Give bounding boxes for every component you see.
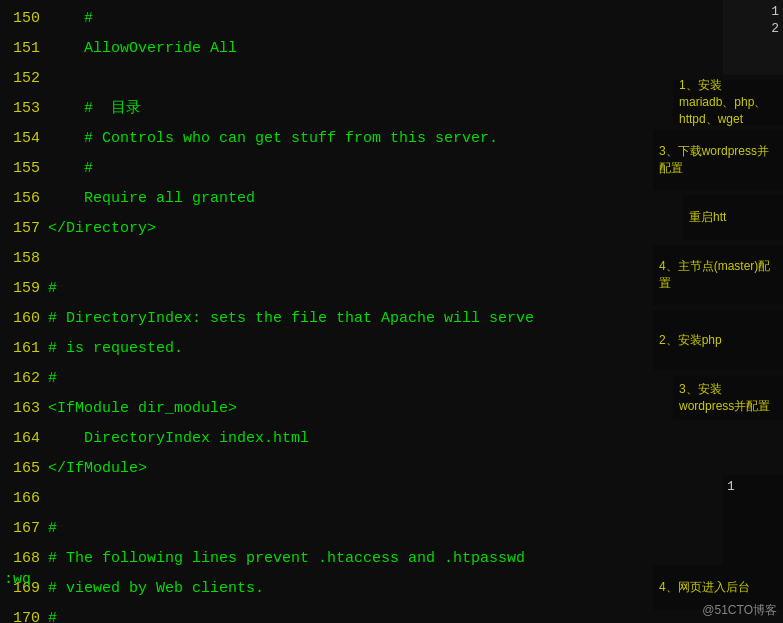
overlay-master-text: 4、主节点(master)配置 bbox=[659, 258, 777, 292]
editor-container: 150 # 151 AllowOverride All 152 153 # 目录… bbox=[0, 0, 783, 623]
line-number-162: 162 bbox=[0, 364, 48, 394]
overlay-install-panel: 1、安装mariadb、php、httpd、wget bbox=[673, 80, 783, 125]
line-167: 167 # bbox=[0, 514, 783, 544]
line-number-170: 170 bbox=[0, 604, 48, 623]
overlay-master-panel: 4、主节点(master)配置 bbox=[653, 245, 783, 305]
line-number-157: 157 bbox=[0, 214, 48, 244]
overlay-restart-text: 重启htt bbox=[689, 209, 726, 226]
line-151: 151 AllowOverride All bbox=[0, 34, 783, 64]
line-number-164: 164 bbox=[0, 424, 48, 454]
overlay-bottom-numbers: 1 bbox=[723, 475, 783, 565]
overlay-number-1: 1 bbox=[771, 4, 779, 19]
line-152: 152 bbox=[0, 64, 783, 94]
overlay-wordpress-download-panel: 3、下载wordpress并配置 bbox=[653, 130, 783, 190]
line-157: 157 </Directory> bbox=[0, 214, 783, 244]
line-166: 166 bbox=[0, 484, 783, 514]
line-150: 150 # bbox=[0, 4, 783, 34]
line-163: 163 <IfModule dir_module> bbox=[0, 394, 783, 424]
overlay-restart-panel: 重启htt bbox=[683, 195, 783, 240]
overlay-php-panel: 2、安装php bbox=[653, 310, 783, 370]
line-number-151: 151 bbox=[0, 34, 48, 64]
line-content-157: </Directory> bbox=[48, 214, 783, 244]
line-number-165: 165 bbox=[0, 454, 48, 484]
overlay-number-2: 2 bbox=[771, 21, 779, 36]
line-number-158: 158 bbox=[0, 244, 48, 274]
line-number-156: 156 bbox=[0, 184, 48, 214]
line-number-159: 159 bbox=[0, 274, 48, 304]
overlay-wordpress-download-text: 3、下载wordpress并配置 bbox=[659, 143, 777, 177]
line-content-164: DirectoryIndex index.html bbox=[48, 424, 783, 454]
line-number-152: 152 bbox=[0, 64, 48, 94]
line-153: 153 # 目录 bbox=[0, 94, 783, 124]
line-number-153: 153 bbox=[0, 94, 48, 124]
line-number-161: 161 bbox=[0, 334, 48, 364]
overlay-php-text: 2、安装php bbox=[659, 332, 777, 349]
command-line: :wq bbox=[0, 565, 783, 593]
command-text: :wq bbox=[4, 571, 31, 588]
line-number-160: 160 bbox=[0, 304, 48, 334]
line-number-163: 163 bbox=[0, 394, 48, 424]
line-content-165: </IfModule> bbox=[48, 454, 783, 484]
overlay-top-numbers: 1 2 bbox=[723, 0, 783, 75]
line-number-155: 155 bbox=[0, 154, 48, 184]
line-content-151: AllowOverride All bbox=[48, 34, 783, 64]
line-content-167: # bbox=[48, 514, 783, 544]
line-number-167: 167 bbox=[0, 514, 48, 544]
watermark: @51CTO博客 bbox=[702, 602, 777, 619]
line-164: 164 DirectoryIndex index.html bbox=[0, 424, 783, 454]
overlay-wp-config-text: 3、安装wordpress并配置 bbox=[679, 381, 777, 415]
line-number-150: 150 bbox=[0, 4, 48, 34]
line-number-154: 154 bbox=[0, 124, 48, 154]
line-number-166: 166 bbox=[0, 484, 48, 514]
overlay-install-text: 1、安装mariadb、php、httpd、wget bbox=[679, 77, 777, 128]
overlay-number-bottom-1: 1 bbox=[727, 479, 779, 494]
overlay-wp-config-panel: 3、安装wordpress并配置 bbox=[673, 375, 783, 420]
line-content-150: # bbox=[48, 4, 783, 34]
line-165: 165 </IfModule> bbox=[0, 454, 783, 484]
